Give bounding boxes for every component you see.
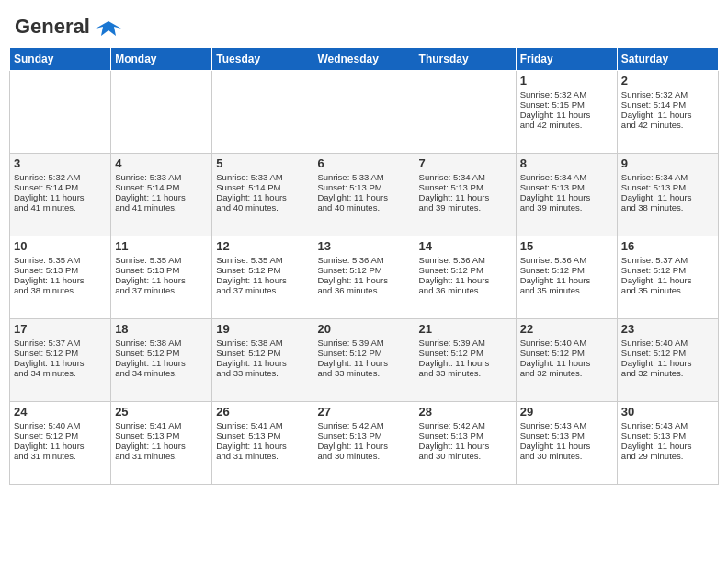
day-info: Sunrise: 5:39 AM (317, 338, 410, 348)
calendar-cell: 24Sunrise: 5:40 AMSunset: 5:12 PMDayligh… (10, 401, 111, 484)
page-header: General (9, 9, 719, 41)
day-number: 21 (419, 322, 512, 336)
day-info: and 37 minutes. (115, 285, 208, 295)
day-info: Sunrise: 5:43 AM (621, 420, 714, 431)
day-info: Daylight: 11 hours (520, 358, 613, 368)
day-info: Sunset: 5:13 PM (621, 182, 714, 192)
day-info: Sunrise: 5:40 AM (520, 338, 613, 348)
day-info: Sunset: 5:14 PM (216, 182, 309, 192)
day-info: Sunset: 5:12 PM (419, 348, 512, 358)
calendar-cell: 26Sunrise: 5:41 AMSunset: 5:13 PMDayligh… (212, 401, 313, 484)
day-info: Daylight: 11 hours (520, 109, 613, 120)
day-info: Daylight: 11 hours (621, 109, 714, 120)
day-info: Sunrise: 5:34 AM (520, 172, 613, 182)
day-info: Sunset: 5:14 PM (115, 182, 208, 192)
day-info: Daylight: 11 hours (14, 441, 107, 451)
day-info: Daylight: 11 hours (520, 192, 613, 202)
day-info: Sunset: 5:13 PM (317, 182, 410, 192)
day-number: 7 (419, 156, 512, 170)
day-number: 4 (115, 156, 208, 170)
calendar-cell: 8Sunrise: 5:34 AMSunset: 5:13 PMDaylight… (516, 153, 617, 236)
day-info: Sunrise: 5:40 AM (14, 420, 107, 431)
day-info: and 40 minutes. (317, 202, 410, 213)
day-info: Daylight: 11 hours (621, 275, 714, 285)
day-info: and 32 minutes. (621, 368, 714, 378)
day-info: Sunset: 5:13 PM (216, 431, 309, 441)
day-number: 26 (216, 405, 309, 419)
calendar-week-2: 3Sunrise: 5:32 AMSunset: 5:14 PMDaylight… (10, 153, 719, 236)
day-info: and 33 minutes. (216, 368, 309, 378)
day-info: Sunset: 5:14 PM (14, 182, 107, 192)
calendar-header-row: SundayMondayTuesdayWednesdayThursdayFrid… (10, 47, 719, 70)
day-number: 16 (621, 239, 714, 253)
day-info: and 35 minutes. (621, 285, 714, 295)
day-info: Daylight: 11 hours (317, 192, 410, 202)
day-info: Sunrise: 5:32 AM (520, 89, 613, 99)
day-number: 8 (520, 156, 613, 170)
day-info: Daylight: 11 hours (520, 441, 613, 451)
day-info: Sunset: 5:12 PM (216, 265, 309, 275)
day-info: Sunrise: 5:43 AM (520, 420, 613, 431)
day-info: Daylight: 11 hours (115, 275, 208, 285)
day-info: Sunrise: 5:33 AM (317, 172, 410, 182)
day-info: Sunrise: 5:32 AM (14, 172, 107, 182)
day-info: Sunset: 5:13 PM (621, 431, 714, 441)
day-number: 18 (115, 322, 208, 336)
day-info: and 34 minutes. (14, 368, 107, 378)
calendar-cell: 10Sunrise: 5:35 AMSunset: 5:13 PMDayligh… (10, 236, 111, 318)
calendar-week-3: 10Sunrise: 5:35 AMSunset: 5:13 PMDayligh… (10, 236, 719, 318)
calendar-cell: 6Sunrise: 5:33 AMSunset: 5:13 PMDaylight… (313, 153, 415, 236)
day-number: 9 (621, 156, 714, 170)
day-info: Daylight: 11 hours (216, 275, 309, 285)
day-number: 20 (317, 322, 410, 336)
calendar-week-4: 17Sunrise: 5:37 AMSunset: 5:12 PMDayligh… (10, 318, 719, 401)
day-info: and 36 minutes. (317, 285, 410, 295)
calendar-cell: 12Sunrise: 5:35 AMSunset: 5:12 PMDayligh… (212, 236, 313, 318)
day-number: 25 (115, 405, 208, 419)
day-number: 30 (621, 405, 714, 419)
day-info: Sunrise: 5:35 AM (216, 255, 309, 265)
day-info: Sunrise: 5:36 AM (419, 255, 512, 265)
day-info: Daylight: 11 hours (115, 192, 208, 202)
day-info: Daylight: 11 hours (419, 441, 512, 451)
day-info: Sunrise: 5:34 AM (419, 172, 512, 182)
calendar-cell: 28Sunrise: 5:42 AMSunset: 5:13 PMDayligh… (415, 401, 516, 484)
day-number: 13 (317, 239, 410, 253)
calendar: SundayMondayTuesdayWednesdayThursdayFrid… (9, 47, 719, 485)
day-info: Sunrise: 5:37 AM (14, 338, 107, 348)
day-info: Daylight: 11 hours (317, 275, 410, 285)
day-info: and 42 minutes. (621, 120, 714, 130)
calendar-cell: 23Sunrise: 5:40 AMSunset: 5:12 PMDayligh… (617, 318, 718, 401)
day-info: Sunset: 5:13 PM (520, 182, 613, 192)
day-info: and 38 minutes. (621, 202, 714, 213)
day-header-monday: Monday (111, 47, 212, 70)
day-header-sunday: Sunday (10, 47, 111, 70)
day-info: Daylight: 11 hours (621, 358, 714, 368)
day-info: Sunrise: 5:32 AM (621, 89, 714, 99)
logo-text: General (15, 15, 121, 40)
day-number: 3 (14, 156, 107, 170)
day-info: Sunrise: 5:42 AM (419, 420, 512, 431)
day-header-tuesday: Tuesday (212, 47, 313, 70)
calendar-cell: 1Sunrise: 5:32 AMSunset: 5:15 PMDaylight… (516, 70, 617, 153)
day-info: and 35 minutes. (520, 285, 613, 295)
day-info: Sunrise: 5:34 AM (621, 172, 714, 182)
day-info: Daylight: 11 hours (14, 275, 107, 285)
day-info: Sunrise: 5:33 AM (216, 172, 309, 182)
day-number: 10 (14, 239, 107, 253)
day-info: Daylight: 11 hours (419, 275, 512, 285)
day-info: Sunset: 5:12 PM (317, 348, 410, 358)
logo-bird-icon (96, 19, 121, 40)
day-info: Sunset: 5:12 PM (419, 265, 512, 275)
day-info: and 31 minutes. (14, 451, 107, 461)
day-info: Daylight: 11 hours (115, 441, 208, 451)
calendar-cell: 18Sunrise: 5:38 AMSunset: 5:12 PMDayligh… (111, 318, 212, 401)
day-info: Daylight: 11 hours (520, 275, 613, 285)
day-header-saturday: Saturday (617, 47, 718, 70)
day-header-friday: Friday (516, 47, 617, 70)
calendar-cell: 16Sunrise: 5:37 AMSunset: 5:12 PMDayligh… (617, 236, 718, 318)
day-info: Sunset: 5:13 PM (419, 182, 512, 192)
calendar-cell: 29Sunrise: 5:43 AMSunset: 5:13 PMDayligh… (516, 401, 617, 484)
day-number: 23 (621, 322, 714, 336)
calendar-cell: 14Sunrise: 5:36 AMSunset: 5:12 PMDayligh… (415, 236, 516, 318)
